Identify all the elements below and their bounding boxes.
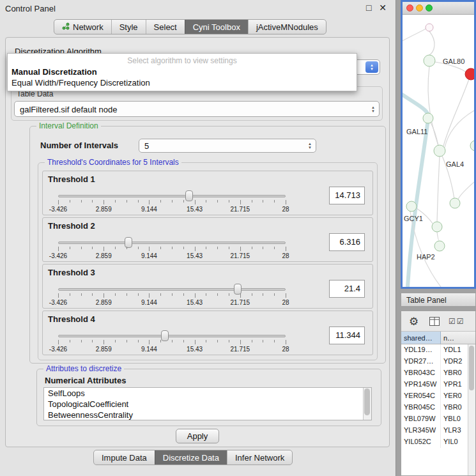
slider-track[interactable]	[58, 288, 286, 291]
table-body: YDL19… YDL1 YDR27… YDR2 YBR043C YBR0 YPR…	[401, 344, 475, 448]
close-window-icon[interactable]: ✕	[379, 3, 387, 13]
select-columns-icon[interactable]: ☑☑	[449, 317, 465, 326]
control-panel-window: Control Panel □ ✕ Network Style Select	[0, 0, 396, 476]
threshold-slider[interactable]: -3.4262.8599.14415.4321.71528	[58, 236, 286, 260]
float-window-icon[interactable]: □	[366, 3, 371, 13]
table-row[interactable]: YDL19… YDL1	[401, 344, 475, 356]
thresholds-group: Threshold's Coordinates for 5 Intervals …	[38, 162, 378, 360]
slider-track[interactable]	[58, 195, 286, 197]
tab-infer-network[interactable]: Infer Network	[227, 450, 292, 464]
slider-tick-labels: -3.4262.8599.14415.4321.71528	[58, 346, 286, 353]
cell-shared-name[interactable]: YBR043C	[401, 367, 441, 379]
threshold-slider[interactable]: -3.4262.8599.14415.4321.71528	[58, 282, 286, 307]
tab-discretize-data-label: Discretize Data	[163, 453, 219, 463]
tab-jactivemnodules[interactable]: jActiveMNodules	[248, 20, 326, 34]
attributes-scrollbar[interactable]	[363, 388, 371, 420]
numerical-attributes-label: Numerical Attributes	[45, 376, 126, 385]
threshold-label: Threshold 4	[48, 314, 95, 324]
table-row[interactable]: YIL052C YIL0	[401, 436, 475, 448]
minimize-traffic-light-icon[interactable]	[416, 4, 423, 12]
cell-shared-name[interactable]: YDR27…	[401, 356, 441, 367]
network-node[interactable]	[434, 241, 445, 251]
cell-shared-name[interactable]: YBR045C	[401, 402, 441, 413]
threshold-slider[interactable]: -3.4262.8599.14415.4321.71528	[58, 329, 286, 353]
scrollbar-thumb[interactable]	[364, 388, 370, 415]
node-label: GAL4	[446, 160, 464, 168]
slider-track[interactable]	[58, 335, 286, 337]
slider-tick-marks	[58, 293, 286, 298]
threshold-label: Threshold 1	[48, 174, 95, 184]
cell-shared-name[interactable]: YDL19…	[401, 344, 441, 356]
table-header-row: shared… n…	[401, 332, 475, 344]
column-header-name[interactable]: n…	[441, 332, 475, 344]
network-node[interactable]	[406, 201, 417, 211]
tab-style[interactable]: Style	[111, 20, 146, 34]
table-data-combobox[interactable]: galFiltered.sif default node ▲▼	[14, 101, 380, 117]
cell-shared-name[interactable]: YER054C	[401, 390, 441, 402]
network-node[interactable]	[426, 24, 433, 31]
table-row[interactable]: YBR045C YBR0	[401, 402, 475, 413]
cell-shared-name[interactable]: YBL079W	[401, 413, 441, 425]
number-of-intervals-combobox[interactable]: 5 ▲▼	[139, 139, 316, 153]
table-row[interactable]: YPR145W YPR1	[401, 379, 475, 390]
dropdown-option-manual-discretization[interactable]: Manual Discretization	[8, 66, 357, 77]
network-node[interactable]	[432, 222, 442, 232]
slider-tick-labels: -3.4262.8599.14415.4321.71528	[58, 206, 286, 213]
table-row[interactable]: YBR043C YBR0	[401, 367, 475, 379]
cell-shared-name[interactable]: YLR345W	[401, 425, 441, 436]
table-row[interactable]: YBL079W YBL0	[401, 413, 475, 425]
column-header-shared-name[interactable]: shared…	[401, 332, 441, 344]
tab-discretize-data[interactable]: Discretize Data	[155, 450, 227, 464]
apply-button[interactable]: Apply	[176, 429, 219, 443]
threshold-value-field[interactable]: 6.316	[329, 233, 365, 251]
table-data-value: galFiltered.sif default node	[20, 104, 117, 114]
network-node[interactable]	[434, 145, 445, 157]
algorithm-dropdown-popup: Select algorithm to view settings Manual…	[7, 53, 357, 91]
interval-definition-title: Interval Definition	[36, 121, 101, 130]
table-panel-title: Table Panel	[406, 296, 447, 305]
slider-track[interactable]	[58, 242, 286, 244]
columns-icon[interactable]	[429, 317, 440, 328]
zoom-traffic-light-icon[interactable]	[426, 4, 433, 12]
tab-impute-data[interactable]: Impute Data	[94, 450, 155, 464]
threshold-value-field[interactable]: 11.344	[329, 326, 365, 344]
network-node[interactable]	[424, 55, 435, 66]
thresholds-list: Threshold 1 14.713 -3.4262.8599.14415.43…	[38, 171, 377, 357]
attribute-list-item[interactable]: BetweennessCentrality	[44, 410, 371, 420]
table-row[interactable]: YER054C YER0	[401, 390, 475, 402]
dropdown-option-equal-width[interactable]: Equal Width/Frequency Discretization	[8, 77, 357, 88]
cyni-toolbox-panel: Discretization Algorithm ▲▼ Select algor…	[5, 37, 390, 447]
network-canvas[interactable]: GAL80 GAL11 GAL4 GCY1 HAP2	[403, 15, 474, 287]
network-node[interactable]	[423, 113, 433, 123]
network-window-titlebar[interactable]	[403, 2, 474, 15]
attribute-list-item[interactable]: SelfLoops	[44, 388, 371, 399]
gear-icon[interactable]: ⚙	[409, 315, 418, 328]
threshold-label: Threshold 3	[48, 268, 95, 277]
close-traffic-light-icon[interactable]	[406, 4, 413, 12]
threshold-value-field[interactable]: 21.4	[329, 280, 365, 298]
tab-jactivemnodules-label: jActiveMNodules	[256, 22, 318, 32]
table-panel-window: ⚙ ☑☑ shared… n… YDL19… YDL1 YDR27…	[401, 311, 476, 476]
table-row[interactable]: YLR345W YLR3	[401, 425, 475, 436]
attributes-listbox: SelfLoops TopologicalCoefficient Between…	[43, 387, 372, 420]
number-of-intervals-value: 5	[144, 141, 149, 151]
threshold-value-field[interactable]: 14.713	[329, 187, 365, 204]
cell-shared-name[interactable]: YPR145W	[401, 379, 441, 390]
slider-tick-labels: -3.4262.8599.14415.4321.71528	[58, 299, 286, 306]
tab-network[interactable]: Network	[54, 20, 111, 34]
network-node-selected[interactable]	[465, 68, 474, 80]
combobox-arrows-icon[interactable]: ▲▼	[365, 61, 378, 73]
network-node[interactable]	[450, 198, 460, 208]
table-row[interactable]: YDR27… YDR2	[401, 356, 475, 367]
table-panel-titlebar[interactable]: Table Panel	[401, 293, 476, 307]
tab-cyni-toolbox[interactable]: Cyni Toolbox	[185, 20, 248, 34]
tab-select[interactable]: Select	[146, 20, 185, 34]
threshold-panel: Threshold 2 6.316 -3.4262.8599.14415.432…	[42, 217, 373, 262]
attribute-list-item[interactable]: TopologicalCoefficient	[44, 399, 371, 410]
network-view-window: GAL80 GAL11 GAL4 GCY1 HAP2	[401, 0, 476, 289]
cell-shared-name[interactable]: YIL052C	[401, 436, 441, 448]
table-scrollbar[interactable]	[468, 344, 475, 475]
network-node[interactable]	[470, 141, 474, 151]
scrollbar-thumb[interactable]	[469, 346, 474, 390]
threshold-slider[interactable]: -3.4262.8599.14415.4321.71528	[58, 189, 286, 213]
